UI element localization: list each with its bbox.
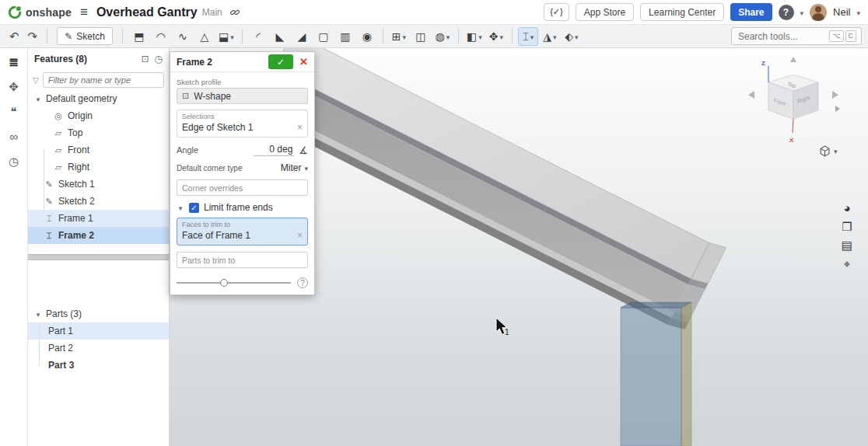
sketch-profile-select[interactable]: ⊡ W-shape — [177, 88, 308, 104]
part-row-part-3[interactable]: Part 3 — [28, 357, 169, 374]
faces-to-trim-box[interactable]: Faces to trim to Face of Frame 1 × — [177, 218, 308, 246]
beam-part[interactable] — [251, 48, 726, 329]
feature-row-sketch-2[interactable]: ✎Sketch 2 — [28, 193, 169, 210]
confirm-button[interactable]: ✓ — [268, 54, 293, 69]
column-part[interactable] — [621, 302, 691, 446]
corner-type-value: Miter — [281, 162, 302, 173]
extrude-tool-button[interactable]: ⬒ — [129, 27, 149, 46]
parts-to-trim-input[interactable]: Parts to trim to — [177, 252, 308, 268]
split-tool-button[interactable]: ◧ — [464, 27, 485, 46]
help-chevron-icon[interactable] — [800, 7, 804, 18]
avatar[interactable] — [810, 4, 827, 21]
sketch-button[interactable]: ✎ Sketch — [57, 27, 113, 45]
user-menu[interactable]: Neil — [833, 6, 850, 18]
slider-handle[interactable] — [220, 279, 228, 287]
rotate-left-arrow[interactable] — [748, 91, 754, 99]
configurations-icon[interactable]: ✥ — [9, 81, 19, 92]
linear-pattern-tool-button[interactable]: ⊞ — [389, 27, 409, 46]
feature-list-icon[interactable]: ≣ — [9, 56, 19, 68]
share-button[interactable]: Share — [730, 3, 772, 21]
panel-splitter[interactable] — [28, 254, 169, 260]
search-input[interactable] — [737, 30, 825, 43]
help-button[interactable]: ? — [779, 5, 794, 20]
feature-row-frame-2[interactable]: ⌶Frame 2 — [28, 227, 169, 244]
onshape-logo[interactable]: onshape — [8, 5, 72, 19]
transform-tool-button[interactable]: ✥ — [486, 27, 506, 46]
rib-tool-button[interactable]: ▥ — [335, 27, 355, 46]
exploded-view-icon[interactable]: ⌖ — [844, 258, 850, 270]
feature-row-top[interactable]: ▱Top — [28, 124, 169, 141]
frame-tool-button[interactable]: ⌶ — [518, 27, 538, 46]
chevron-down-icon[interactable] — [177, 202, 184, 213]
comments-icon[interactable]: ❝ — [10, 106, 16, 117]
chevron-down-icon — [500, 31, 504, 42]
remove-selection-icon[interactable]: × — [297, 230, 303, 241]
feature-row-sketch-1[interactable]: ✎Sketch 1 — [28, 176, 169, 193]
sweep-icon: ∿ — [178, 31, 187, 42]
draft-tool-button[interactable]: ◢ — [292, 27, 312, 46]
selections-box[interactable]: Selections Edge of Sketch 1 × — [177, 110, 308, 138]
shell-tool-button[interactable]: ▢ — [313, 27, 334, 46]
sweep-tool-button[interactable]: ∿ — [173, 27, 193, 46]
appearance-icon[interactable]: ◕ — [843, 202, 850, 214]
part-row-part-1[interactable]: Part 1 — [28, 322, 169, 340]
left-rail: ≣✥❝∞◷ — [0, 48, 28, 446]
rotate-up-arrow[interactable] — [790, 57, 796, 62]
part-row-part-2[interactable]: Part 2 — [28, 340, 169, 357]
toolbar-divider — [122, 29, 123, 44]
cancel-button[interactable]: ✕ — [299, 56, 308, 68]
frame-icon: ⌶ — [44, 214, 54, 224]
workspace-name[interactable]: Main — [202, 7, 222, 18]
follow-mode-icon[interactable]: ∞ — [9, 131, 18, 142]
boolean-tool-button[interactable]: ◍ — [432, 27, 453, 46]
mirror-tool-button[interactable]: ◫ — [411, 27, 431, 46]
learning-center-button[interactable]: Learning Center — [640, 3, 724, 21]
corner-overrides-input[interactable]: Corner overrides — [177, 179, 308, 196]
chamfer-tool-button[interactable]: ◣ — [270, 27, 290, 46]
link-icon[interactable] — [229, 7, 240, 18]
hole-tool-button[interactable]: ◉ — [357, 27, 377, 46]
feature-row-frame-1[interactable]: ⌶Frame 1 — [28, 210, 169, 227]
dialog-header[interactable]: Frame 2 ✓ ✕ — [170, 52, 314, 72]
loft-tool-button[interactable]: △ — [194, 27, 215, 46]
limit-frame-ends-checkbox[interactable]: ✓ — [189, 203, 199, 213]
help-icon[interactable]: ? — [297, 277, 308, 288]
feature-label: Default geometry — [46, 93, 117, 104]
angle-direction-icon[interactable]: ∡ — [299, 145, 308, 156]
view-cube-caret[interactable] — [835, 106, 840, 112]
cube-icon — [819, 145, 831, 157]
gusset-tool-button[interactable]: ◮ — [540, 27, 560, 46]
remove-selection-icon[interactable]: × — [297, 122, 303, 133]
history-icon[interactable]: ◷ — [9, 155, 19, 167]
chevron-down-icon[interactable] — [34, 93, 42, 104]
revolve-tool-button[interactable]: ◠ — [151, 27, 171, 46]
featurescript-notices-button[interactable]: {✓} — [544, 3, 569, 21]
section-view-icon[interactable]: ▤ — [842, 239, 852, 251]
view-cube[interactable]: Top Front Right Z X — [748, 57, 840, 144]
tag-profile-tool-button[interactable]: ⬖ — [562, 27, 582, 46]
app-store-button[interactable]: App Store — [576, 3, 634, 21]
parts-header[interactable]: Parts (3) — [28, 305, 169, 322]
view-options-button[interactable] — [819, 143, 853, 159]
rotate-right-arrow[interactable] — [832, 91, 838, 99]
feature-row-origin[interactable]: ◎Origin — [28, 107, 169, 124]
slider-track — [177, 282, 291, 284]
angle-input[interactable]: 0 deg — [254, 144, 294, 156]
feature-row-right[interactable]: ▱Right — [28, 159, 169, 176]
feature-timing-icon[interactable]: ◷ — [155, 54, 163, 64]
corner-type-select[interactable]: Miter — [281, 162, 308, 173]
fillet-tool-button[interactable]: ◜ — [248, 27, 268, 46]
filter-input[interactable] — [43, 72, 164, 88]
x-axis-label: X — [789, 137, 794, 144]
hamburger-menu-icon[interactable]: ≡ — [80, 5, 88, 20]
insert-feature-icon[interactable]: ⊡ — [141, 54, 149, 64]
search-tools[interactable]: ⌥C — [731, 27, 862, 45]
opacity-slider[interactable] — [177, 277, 291, 288]
feature-row-front[interactable]: ▱Front — [28, 141, 169, 159]
undo-button[interactable]: ↶ — [6, 30, 23, 44]
redo-button[interactable]: ↷ — [25, 30, 41, 44]
user-chevron-icon[interactable] — [856, 7, 860, 18]
thicken-tool-button[interactable]: ⬓ — [216, 27, 236, 46]
display-states-icon[interactable]: ❒ — [842, 221, 852, 232]
feature-row-default-geometry[interactable]: Default geometry — [28, 90, 169, 107]
